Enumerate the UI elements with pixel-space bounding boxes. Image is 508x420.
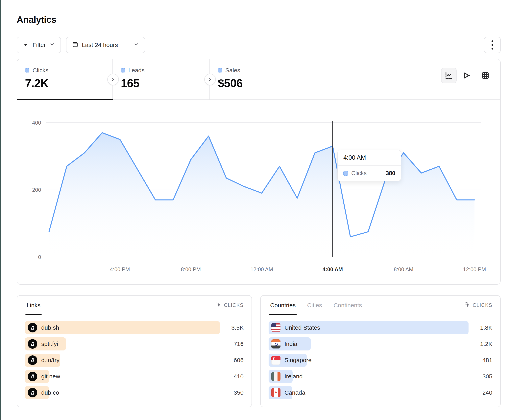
list-item[interactable]: git.new410 (25, 370, 244, 383)
funnel-chart-view-button[interactable] (459, 68, 475, 83)
leads-value: 165 (121, 76, 209, 90)
links-metric-header[interactable]: CLICKS (216, 302, 244, 309)
item-label: git.new (41, 373, 60, 380)
item-label: dub.sh (41, 324, 59, 331)
chevron-down-icon (134, 42, 139, 49)
stats-row: Clicks 7.2K Leads 165 Sales $506 (17, 59, 500, 100)
item-value: 481 (469, 357, 492, 363)
list-item[interactable]: Canada240 (269, 386, 492, 399)
item-value: 240 (469, 389, 492, 396)
leads-legend-square-icon (121, 68, 125, 72)
bar-track: India (269, 337, 469, 350)
tab-leads[interactable]: Leads 165 (113, 59, 210, 100)
clicks-legend-square-icon (25, 68, 29, 72)
value-bar: Singapore (269, 354, 307, 367)
list-item[interactable]: spti.fyi716 (25, 337, 244, 350)
page-title: Analytics (17, 14, 56, 25)
svg-text:12:00 AM: 12:00 AM (250, 267, 273, 272)
expand-leads-chevron-button[interactable] (204, 74, 216, 85)
list-item[interactable]: Singapore481 (269, 354, 492, 367)
svg-text:400: 400 (32, 120, 41, 126)
sg-flag-icon (271, 356, 280, 365)
metric-label: CLICKS (473, 302, 492, 308)
cursor-click-icon (464, 302, 470, 309)
list-item[interactable]: United States1.8K (269, 321, 492, 334)
svg-text:12:00 PM: 12:00 PM (463, 267, 486, 272)
dub-link-logo-icon (28, 355, 37, 365)
value-bar: Canada (269, 386, 292, 399)
tooltip-series-label: Clicks (351, 170, 366, 176)
stat-label: Sales (225, 67, 240, 74)
svg-text:8:00 PM: 8:00 PM (181, 267, 201, 272)
item-value: 606 (220, 357, 244, 363)
item-value: 716 (220, 340, 244, 347)
countries-metric-header[interactable]: CLICKS (464, 302, 492, 309)
svg-text:0: 0 (38, 254, 41, 260)
kebab-icon (492, 40, 493, 42)
dub-link-logo-icon (28, 339, 37, 349)
value-bar: dub.co (25, 386, 49, 399)
dub-link-logo-icon (28, 388, 37, 398)
value-bar: Ireland (269, 370, 292, 383)
countries-panel: CountriesCitiesContinents CLICKS United … (260, 295, 501, 407)
stat-label: Clicks (32, 67, 48, 74)
item-value: 350 (220, 389, 244, 396)
bar-track: Canada (269, 386, 469, 399)
tooltip-time: 4:00 AM (338, 150, 401, 166)
clicks-timeseries-chart[interactable]: 02004004:00 PM8:00 PM12:00 AM4:00 AM8:00… (17, 100, 500, 284)
bar-track: d.to/try (25, 354, 220, 367)
value-bar: United States (269, 321, 469, 334)
stat-label: Leads (128, 67, 145, 74)
tab-links[interactable]: Links (27, 296, 40, 315)
calendar-icon (72, 41, 78, 49)
item-label: Ireland (284, 373, 303, 380)
ca-flag-icon (271, 388, 280, 397)
expand-clicks-chevron-button[interactable] (107, 74, 119, 85)
item-label: Canada (284, 389, 305, 396)
bar-track: United States (269, 321, 469, 334)
date-range-label: Last 24 hours (82, 42, 118, 48)
value-bar: dub.sh (25, 321, 220, 334)
item-value: 1.2K (469, 340, 492, 347)
us-flag-icon (271, 323, 280, 332)
filter-button-label: Filter (32, 42, 46, 48)
chart-view-switcher (441, 68, 493, 83)
line-chart-view-button[interactable] (441, 68, 457, 83)
dub-link-logo-icon (28, 323, 37, 333)
bar-track: Singapore (269, 354, 469, 367)
table-view-button[interactable] (478, 68, 493, 83)
more-options-button[interactable] (484, 37, 501, 53)
tooltip-value: 380 (386, 170, 395, 176)
list-item[interactable]: dub.sh3.5K (25, 321, 244, 334)
bar-track: git.new (25, 370, 220, 383)
analytics-card: Clicks 7.2K Leads 165 Sales $506 (17, 59, 501, 285)
value-bar: India (269, 337, 311, 350)
cursor-click-icon (216, 302, 222, 309)
list-item[interactable]: Ireland305 (269, 370, 492, 383)
value-bar: d.to/try (25, 354, 60, 367)
area-chart-canvas[interactable]: 02004004:00 PM8:00 PM12:00 AM4:00 AM8:00… (17, 100, 500, 284)
item-value: 410 (220, 373, 244, 380)
item-label: d.to/try (41, 357, 60, 363)
bar-track: dub.co (25, 386, 220, 399)
date-range-button[interactable]: Last 24 hours (66, 37, 145, 53)
toolbar: Filter Last 24 hours (17, 37, 145, 53)
list-item[interactable]: India1.2K (269, 337, 492, 350)
tab-continents[interactable]: Continents (333, 296, 362, 315)
chevron-down-icon (49, 42, 55, 49)
links-panel: Links CLICKS dub.sh3.5Kspti.fyi716d.to/t… (17, 295, 252, 407)
in-flag-icon (271, 339, 280, 348)
value-bar: spti.fyi (25, 337, 66, 350)
window-edge-accent (0, 0, 1, 420)
list-item[interactable]: d.to/try606 (25, 354, 244, 367)
tab-countries[interactable]: Countries (270, 296, 296, 315)
tab-clicks[interactable]: Clicks 7.2K (17, 59, 113, 100)
item-label: United States (284, 324, 320, 331)
svg-text:4:00 AM: 4:00 AM (322, 267, 343, 272)
item-label: India (284, 340, 297, 347)
svg-text:8:00 AM: 8:00 AM (394, 267, 413, 272)
item-label: dub.co (41, 389, 59, 396)
tab-cities[interactable]: Cities (307, 296, 322, 315)
filter-button[interactable]: Filter (17, 37, 61, 53)
list-item[interactable]: dub.co350 (25, 386, 244, 399)
